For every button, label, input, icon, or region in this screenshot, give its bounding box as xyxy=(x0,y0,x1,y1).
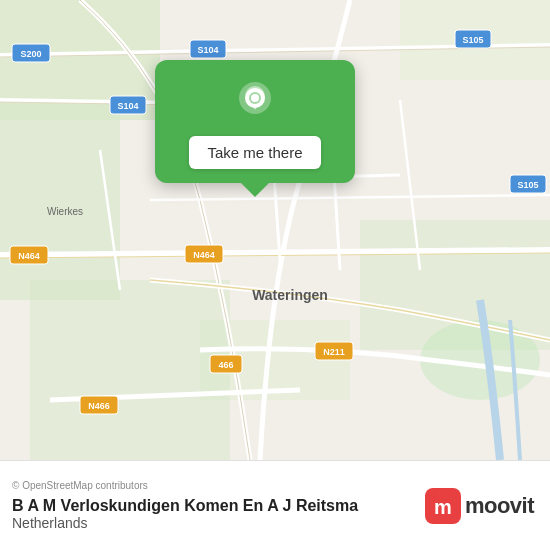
moovit-brand-text: moovit xyxy=(465,493,534,519)
place-country: Netherlands xyxy=(12,515,358,531)
svg-text:N211: N211 xyxy=(323,347,345,357)
place-name: B A M Verloskundigen Komen En A J Reitsm… xyxy=(12,497,358,515)
take-me-there-button[interactable]: Take me there xyxy=(189,136,320,169)
svg-text:S105: S105 xyxy=(517,180,538,190)
pin-icon xyxy=(231,78,279,126)
map-popup: Take me there xyxy=(155,60,355,183)
copyright-text: © OpenStreetMap contributors xyxy=(12,480,358,491)
svg-text:S104: S104 xyxy=(117,101,138,111)
app-container: S200 S104 S104 S105 S105 N464 N464 466 xyxy=(0,0,550,550)
svg-text:m: m xyxy=(434,496,452,518)
svg-text:N464: N464 xyxy=(193,250,215,260)
svg-text:N466: N466 xyxy=(88,401,110,411)
svg-text:Wateringen: Wateringen xyxy=(252,287,328,303)
svg-text:N464: N464 xyxy=(18,251,40,261)
moovit-icon: m xyxy=(425,488,461,524)
svg-rect-2 xyxy=(0,100,120,300)
map-area: S200 S104 S104 S105 S105 N464 N464 466 xyxy=(0,0,550,460)
moovit-logo: m moovit xyxy=(425,488,534,524)
svg-text:S104: S104 xyxy=(197,45,218,55)
svg-text:Wierkes: Wierkes xyxy=(47,206,83,217)
place-info: © OpenStreetMap contributors B A M Verlo… xyxy=(12,480,358,531)
bottom-bar: © OpenStreetMap contributors B A M Verlo… xyxy=(0,460,550,550)
svg-text:S105: S105 xyxy=(462,35,483,45)
svg-text:466: 466 xyxy=(218,360,233,370)
svg-text:S200: S200 xyxy=(20,49,41,59)
